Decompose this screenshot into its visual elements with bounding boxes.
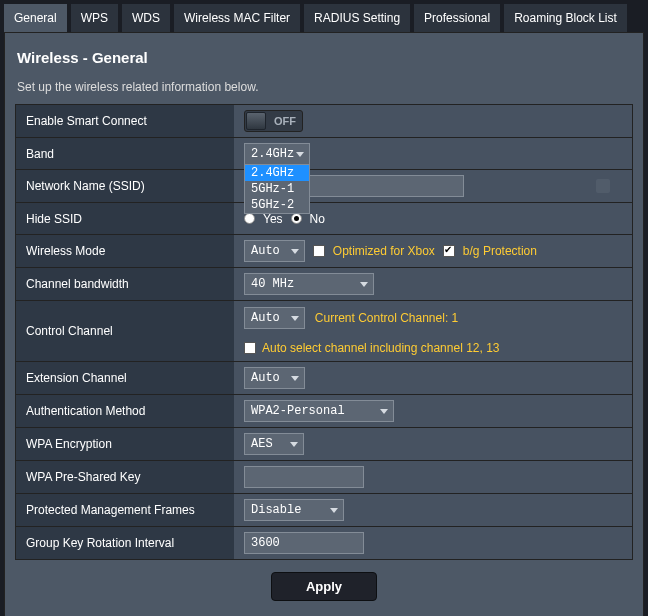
extension-channel-select[interactable]: Auto xyxy=(244,367,305,389)
chevron-down-icon xyxy=(291,376,299,381)
tab-bar: GeneralWPSWDSWireless MAC FilterRADIUS S… xyxy=(0,0,648,32)
label-control-channel: Control Channel xyxy=(16,301,234,361)
tab-wps[interactable]: WPS xyxy=(70,3,119,32)
toggle-state-text: OFF xyxy=(274,115,296,127)
hide-ssid-no-label: No xyxy=(310,212,325,226)
label-wpa-enc: WPA Encryption xyxy=(16,428,234,460)
label-ssid: Network Name (SSID) xyxy=(16,170,234,202)
bg-protection-checkbox[interactable] xyxy=(443,245,455,257)
band-select[interactable]: 2.4GHz xyxy=(244,143,310,165)
label-channel-bw: Channel bandwidth xyxy=(16,268,234,300)
xbox-checkbox[interactable] xyxy=(313,245,325,257)
band-option-2-4ghz[interactable]: 2.4GHz xyxy=(245,165,309,181)
smart-connect-toggle[interactable]: OFF xyxy=(244,110,303,132)
hide-ssid-yes-radio[interactable] xyxy=(244,213,255,224)
band-option-5ghz-2[interactable]: 5GHz-2 xyxy=(245,197,309,213)
channel-bandwidth-select[interactable]: 40 MHz xyxy=(244,273,374,295)
label-smart-connect: Enable Smart Connect xyxy=(16,105,234,137)
auth-method-select[interactable]: WPA2-Personal xyxy=(244,400,394,422)
tab-radius-setting[interactable]: RADIUS Setting xyxy=(303,3,411,32)
chevron-down-icon xyxy=(330,508,338,513)
tab-roaming-block-list[interactable]: Roaming Block List xyxy=(503,3,628,32)
band-option-5ghz-1[interactable]: 5GHz-1 xyxy=(245,181,309,197)
label-ext-channel: Extension Channel xyxy=(16,362,234,394)
band-dropdown-list: 2.4GHz5GHz-15GHz-2 xyxy=(244,164,310,214)
control-channel-status: Current Control Channel: 1 xyxy=(315,311,458,325)
label-wireless-mode: Wireless Mode xyxy=(16,235,234,267)
wpa-encryption-select[interactable]: AES xyxy=(244,433,304,455)
control-channel-select[interactable]: Auto xyxy=(244,307,305,329)
auto-channel-checkbox[interactable] xyxy=(244,342,256,354)
label-wpa-key: WPA Pre-Shared Key xyxy=(16,461,234,493)
wpa-key-input[interactable] xyxy=(244,466,364,488)
chevron-down-icon xyxy=(380,409,388,414)
group-key-rotation-input[interactable] xyxy=(244,532,364,554)
toggle-knob xyxy=(246,112,266,130)
tab-wireless-mac-filter[interactable]: Wireless MAC Filter xyxy=(173,3,301,32)
label-pmf: Protected Management Frames xyxy=(16,494,234,526)
label-band: Band xyxy=(16,138,234,169)
page-title: Wireless - General xyxy=(17,49,633,66)
label-gkri: Group Key Rotation Interval xyxy=(16,527,234,559)
chevron-down-icon xyxy=(291,316,299,321)
auto-channel-label: Auto select channel including channel 12… xyxy=(262,341,500,355)
pmf-select[interactable]: Disable xyxy=(244,499,344,521)
tab-professional[interactable]: Professional xyxy=(413,3,501,32)
xbox-label: Optimized for Xbox xyxy=(333,244,435,258)
chevron-down-icon xyxy=(296,152,304,157)
info-icon xyxy=(596,179,610,193)
bg-protection-label: b/g Protection xyxy=(463,244,537,258)
chevron-down-icon xyxy=(290,442,298,447)
chevron-down-icon xyxy=(360,282,368,287)
chevron-down-icon xyxy=(291,249,299,254)
wireless-mode-select[interactable]: Auto xyxy=(244,240,305,262)
label-auth: Authentication Method xyxy=(16,395,234,427)
hide-ssid-no-radio[interactable] xyxy=(291,213,302,224)
tab-general[interactable]: General xyxy=(3,3,68,32)
settings-form: Enable Smart Connect OFF Band 2.4GHz 2.4… xyxy=(15,104,633,560)
apply-button[interactable]: Apply xyxy=(271,572,377,601)
page-description: Set up the wireless related information … xyxy=(17,80,633,94)
band-select-value: 2.4GHz xyxy=(251,147,294,161)
tab-wds[interactable]: WDS xyxy=(121,3,171,32)
main-panel: Wireless - General Set up the wireless r… xyxy=(4,32,644,616)
label-hide-ssid: Hide SSID xyxy=(16,203,234,234)
